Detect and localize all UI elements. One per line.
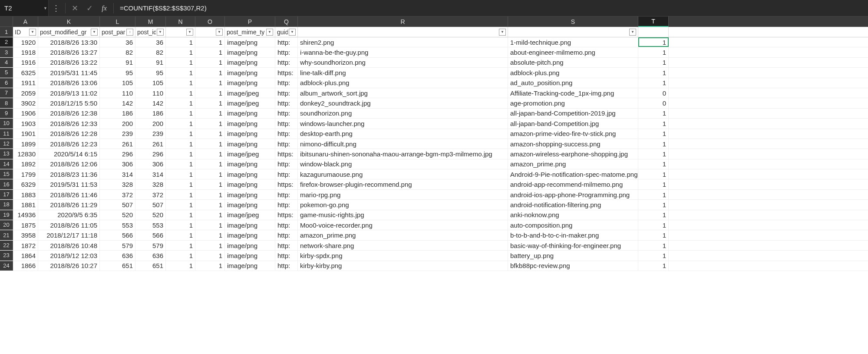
cell-A11[interactable]: 1901	[13, 129, 38, 139]
cell-P10[interactable]: image/png	[225, 119, 275, 128]
filter-dropdown-icon[interactable]: ▼	[29, 29, 36, 36]
cell-P19[interactable]: image/jpeg	[225, 210, 275, 220]
cell-Q4[interactable]: http:	[275, 58, 298, 67]
cell-S3[interactable]: about-engineer-milmemo.png	[508, 47, 638, 57]
cell-K8[interactable]: 2018/12/15 5:50	[38, 98, 100, 108]
cell-R22[interactable]: network-share.png	[298, 241, 508, 250]
cell-M15[interactable]: 314	[135, 169, 166, 179]
cell-K19[interactable]: 2020/9/5 6:35	[38, 210, 100, 220]
cell-K12[interactable]: 2018/8/26 12:23	[38, 139, 100, 149]
cell-Q14[interactable]: http:	[275, 159, 298, 169]
cell-K5[interactable]: 2019/5/31 11:45	[38, 68, 100, 77]
cell-R2[interactable]: shiren2.png	[298, 37, 508, 47]
cell-O17[interactable]: 1	[195, 190, 225, 199]
cell-M4[interactable]: 91	[135, 58, 166, 67]
cell-A17[interactable]: 1883	[13, 190, 38, 199]
cell-M22[interactable]: 579	[135, 241, 166, 250]
row-header-17[interactable]: 17	[0, 190, 13, 199]
kebab-menu-icon[interactable]: ⋮	[49, 0, 63, 16]
cell-N3[interactable]: 1	[166, 47, 195, 57]
filter-dropdown-icon[interactable]: ▼	[186, 29, 193, 36]
cell-O24[interactable]: 1	[195, 261, 225, 271]
cell-Q23[interactable]: http:	[275, 251, 298, 260]
cell-N5[interactable]: 1	[166, 68, 195, 77]
cell-Q5[interactable]: https:	[275, 68, 298, 77]
column-header-S[interactable]: S	[508, 17, 638, 26]
cell-R24[interactable]: kirby-kirby.png	[298, 261, 508, 271]
cell-T4[interactable]: 1	[638, 58, 669, 67]
cell-N12[interactable]: 1	[166, 139, 195, 149]
row-header-20[interactable]: 20	[0, 220, 13, 230]
fx-icon[interactable]: fx	[97, 0, 112, 16]
cell-T2[interactable]: 1	[638, 37, 669, 47]
filter-dropdown-icon[interactable]: ▼	[289, 29, 296, 36]
cell-N16[interactable]: 1	[166, 179, 195, 189]
column-header-N[interactable]: N	[166, 17, 195, 26]
cell-R15[interactable]: kazagurumaouse.png	[298, 169, 508, 179]
cell-N10[interactable]: 1	[166, 119, 195, 128]
cell-T21[interactable]: 1	[638, 230, 669, 240]
row-header-11[interactable]: 11	[0, 129, 13, 139]
cell-T22[interactable]: 1	[638, 241, 669, 250]
cell-R23[interactable]: kirby-spdx.png	[298, 251, 508, 260]
column-header-O[interactable]: O	[195, 17, 225, 26]
cell-A18[interactable]: 1881	[13, 200, 38, 209]
cell-R10[interactable]: windows-launcher.png	[298, 119, 508, 128]
cell-S7[interactable]: Affiliate-Tracking-code_1px-img.png	[508, 88, 638, 98]
cell-N2[interactable]: 1	[166, 37, 195, 47]
cell-A15[interactable]: 1799	[13, 169, 38, 179]
cell-M13[interactable]: 296	[135, 149, 166, 159]
cell-S10[interactable]: all-japan-band-Competition.jpg	[508, 119, 638, 128]
cell-P2[interactable]: image/png	[225, 37, 275, 47]
cell-L11[interactable]: 239	[100, 129, 135, 139]
cell-K3[interactable]: 2018/8/26 13:27	[38, 47, 100, 57]
cell-P21[interactable]: image/png	[225, 230, 275, 240]
filter-dropdown-icon[interactable]: ▼	[216, 29, 223, 36]
cell-S8[interactable]: age-promotion.png	[508, 98, 638, 108]
cell-P5[interactable]: image/png	[225, 68, 275, 77]
cell-A6[interactable]: 1911	[13, 78, 38, 88]
cell-S9[interactable]: all-japan-band-Competition-2019.jpg	[508, 109, 638, 118]
cell-T18[interactable]: 1	[638, 200, 669, 209]
column-header-K[interactable]: K	[38, 17, 100, 26]
cell-M5[interactable]: 95	[135, 68, 166, 77]
cell-N6[interactable]: 1	[166, 78, 195, 88]
cell-S12[interactable]: amazon-shopping-success.png	[508, 139, 638, 149]
cell-P7[interactable]: image/jpeg	[225, 88, 275, 98]
cell-Q15[interactable]: http:	[275, 169, 298, 179]
cell-Q2[interactable]: http:	[275, 37, 298, 47]
cell-M17[interactable]: 372	[135, 190, 166, 199]
cell-P16[interactable]: image/png	[225, 179, 275, 189]
cell-Q12[interactable]: http:	[275, 139, 298, 149]
cell-A7[interactable]: 2059	[13, 88, 38, 98]
cell-A21[interactable]: 3958	[13, 230, 38, 240]
cell-R21[interactable]: amazon_prime.png	[298, 230, 508, 240]
cell-Q24[interactable]: http:	[275, 261, 298, 271]
row-header-24[interactable]: 24	[0, 261, 13, 271]
cell-L12[interactable]: 261	[100, 139, 135, 149]
cell-A19[interactable]: 14936	[13, 210, 38, 220]
row-header-22[interactable]: 22	[0, 241, 13, 250]
cell-O16[interactable]: 1	[195, 179, 225, 189]
cell-K11[interactable]: 2018/8/26 12:28	[38, 129, 100, 139]
cell-S4[interactable]: absolute-pitch.png	[508, 58, 638, 67]
row-header-7[interactable]: 7	[0, 88, 13, 98]
cell-S14[interactable]: amazon_prime.png	[508, 159, 638, 169]
cell-Q11[interactable]: http:	[275, 129, 298, 139]
cell-K14[interactable]: 2018/8/26 12:06	[38, 159, 100, 169]
cell-L21[interactable]: 566	[100, 230, 135, 240]
cell-Q8[interactable]: http:	[275, 98, 298, 108]
cell-R9[interactable]: soundhorizon.png	[298, 109, 508, 118]
cell-T6[interactable]: 1	[638, 78, 669, 88]
cell-T12[interactable]: 1	[638, 139, 669, 149]
cell-L2[interactable]: 36	[100, 37, 135, 47]
cell-M23[interactable]: 636	[135, 251, 166, 260]
cell-T17[interactable]: 1	[638, 190, 669, 199]
cell-N15[interactable]: 1	[166, 169, 195, 179]
cell-P3[interactable]: image/png	[225, 47, 275, 57]
cell-N7[interactable]: 1	[166, 88, 195, 98]
cell-O6[interactable]: 1	[195, 78, 225, 88]
row-header-5[interactable]: 5	[0, 68, 13, 77]
cell-R5[interactable]: line-talk-diff.png	[298, 68, 508, 77]
row-header-14[interactable]: 14	[0, 159, 13, 169]
